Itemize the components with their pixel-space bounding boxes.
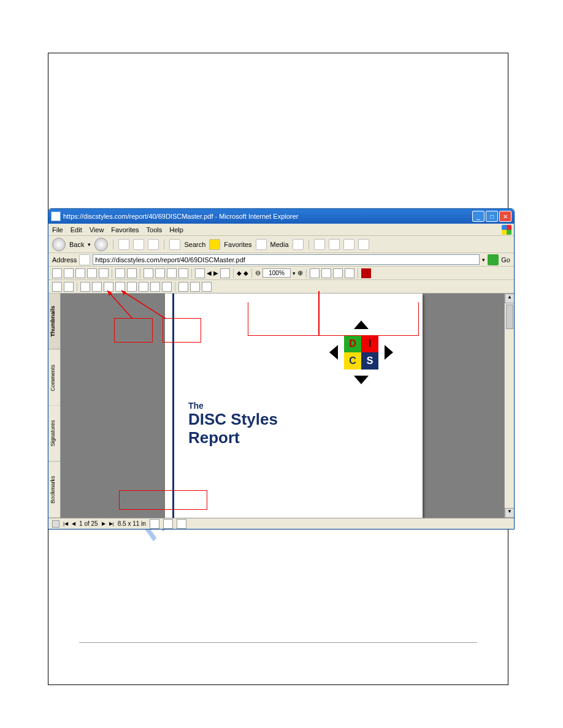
fit-page-icon[interactable] (310, 268, 320, 278)
titlebar: https://discstyles.com/report/40/69DISCM… (48, 209, 514, 224)
rotate-icon[interactable] (333, 268, 343, 278)
tab-signatures[interactable]: Signatures (48, 406, 60, 462)
disc-s: S (361, 352, 378, 370)
print-icon[interactable] (329, 239, 340, 250)
title-line1: DISC Styles (188, 411, 278, 429)
address-input[interactable] (93, 254, 480, 265)
back-label: Back (69, 241, 84, 248)
ie-toolbar: Back ▾ Search Favorites Media (48, 236, 514, 253)
tool-c-icon[interactable] (80, 282, 90, 292)
callout-nav-divider (318, 291, 320, 336)
text-select-icon[interactable] (127, 268, 137, 278)
callout-print (163, 318, 201, 343)
page-size: 8.5 x 11 in (118, 520, 146, 527)
refresh-icon[interactable] (133, 239, 144, 250)
hscroll-left-icon[interactable] (52, 520, 59, 528)
snapshot-icon[interactable] (178, 268, 188, 278)
print-pdf-icon[interactable] (64, 268, 74, 278)
stop-icon[interactable] (118, 239, 129, 250)
menu-tools[interactable]: Tools (147, 226, 163, 233)
last-page-icon[interactable] (220, 268, 230, 278)
tool-h-icon[interactable] (139, 282, 148, 292)
favorites-label[interactable]: Favorites (224, 241, 251, 248)
layout-facing-icon[interactable] (177, 519, 186, 529)
tool-g-icon[interactable] (127, 282, 137, 292)
save-icon[interactable] (52, 268, 62, 278)
minimize-button[interactable]: _ (472, 211, 484, 222)
disc-c: C (344, 352, 361, 370)
tool-m-icon[interactable] (202, 282, 212, 292)
search-icon[interactable] (169, 239, 180, 250)
find-prev-icon[interactable] (155, 268, 165, 278)
tool-j-icon[interactable] (162, 282, 172, 292)
hand-icon[interactable] (115, 268, 125, 278)
page-indicator[interactable]: 1 of 25 (79, 520, 98, 527)
windows-logo-icon (502, 225, 511, 235)
tool-k-icon[interactable] (178, 282, 188, 292)
scroll-up-icon[interactable]: ▲ (505, 294, 515, 303)
media-icon[interactable] (256, 239, 267, 250)
layout-cont-icon[interactable] (163, 519, 173, 529)
footer-rule (79, 642, 477, 643)
callout-page (119, 490, 207, 510)
edit-icon[interactable] (343, 239, 354, 250)
discuss-icon[interactable] (358, 239, 369, 250)
forward-button[interactable] (94, 238, 108, 251)
go-label: Go (501, 256, 510, 264)
menu-view[interactable]: View (90, 226, 104, 233)
find-next-icon[interactable] (167, 268, 177, 278)
maximize-button[interactable]: □ (486, 211, 498, 222)
tool-e-icon[interactable] (104, 282, 113, 292)
find-icon[interactable] (144, 268, 153, 278)
favorites-icon[interactable] (209, 239, 220, 250)
adobe-icon[interactable] (361, 268, 371, 278)
address-bar: Address ▾ Go (48, 253, 514, 267)
go-button[interactable] (488, 254, 499, 265)
rotate-cw-icon[interactable] (345, 268, 354, 278)
vertical-scrollbar[interactable]: ▲ ▼ (504, 294, 514, 518)
select-icon[interactable] (99, 268, 109, 278)
home-icon[interactable] (148, 239, 159, 250)
history-icon[interactable] (293, 239, 304, 250)
title-line2: Report (188, 429, 278, 447)
fit-width-icon[interactable] (321, 268, 331, 278)
side-tabs: Thumbnails Comments Signatures Bookmarks (48, 294, 61, 518)
menu-edit[interactable]: Edit (71, 226, 82, 233)
disc-i: I (361, 335, 378, 352)
tool-f-icon[interactable] (115, 282, 125, 292)
media-label[interactable]: Media (270, 241, 289, 248)
menu-favorites[interactable]: Favorites (111, 226, 139, 233)
tab-bookmarks[interactable]: Bookmarks (48, 462, 60, 518)
pdf-toolbar-2 (48, 280, 514, 294)
tab-thumbnails[interactable]: Thumbnails (48, 294, 60, 350)
pdf-toolbar-1: ◀ ▶ ◆ ◆ ⊖ ▾ ⊕ (48, 267, 514, 280)
window-title: https://discstyles.com/report/40/69DISCM… (63, 213, 298, 220)
tool-b-icon[interactable] (64, 282, 74, 292)
title-the: The (188, 401, 278, 411)
tool-a-icon[interactable] (52, 282, 62, 292)
callout-nav (248, 302, 419, 336)
close-button[interactable]: ✕ (499, 211, 511, 222)
tab-comments[interactable]: Comments (48, 350, 60, 406)
menu-help[interactable]: Help (169, 226, 183, 233)
zoom-input[interactable] (262, 268, 291, 278)
email-icon[interactable] (75, 268, 85, 278)
back-button[interactable] (52, 238, 66, 251)
document-title: The DISC Styles Report (188, 401, 278, 447)
page-icon (79, 254, 90, 265)
menubar: File Edit View Favorites Tools Help (48, 224, 514, 236)
scroll-thumb[interactable] (506, 305, 513, 329)
mail-icon[interactable] (314, 239, 325, 250)
search-label[interactable]: Search (184, 241, 205, 248)
disc-d: D (344, 335, 361, 352)
tool-i-icon[interactable] (150, 282, 160, 292)
ie-window: https://discstyles.com/report/40/69DISCM… (48, 208, 515, 529)
menu-file[interactable]: File (52, 226, 63, 233)
layout-single-icon[interactable] (150, 519, 159, 529)
tool-l-icon[interactable] (190, 282, 200, 292)
scroll-down-icon[interactable]: ▼ (505, 508, 515, 518)
search-pdf-icon[interactable] (87, 268, 97, 278)
callout-save (114, 318, 153, 343)
tool-d-icon[interactable] (92, 282, 102, 292)
first-page-icon[interactable] (195, 268, 205, 278)
